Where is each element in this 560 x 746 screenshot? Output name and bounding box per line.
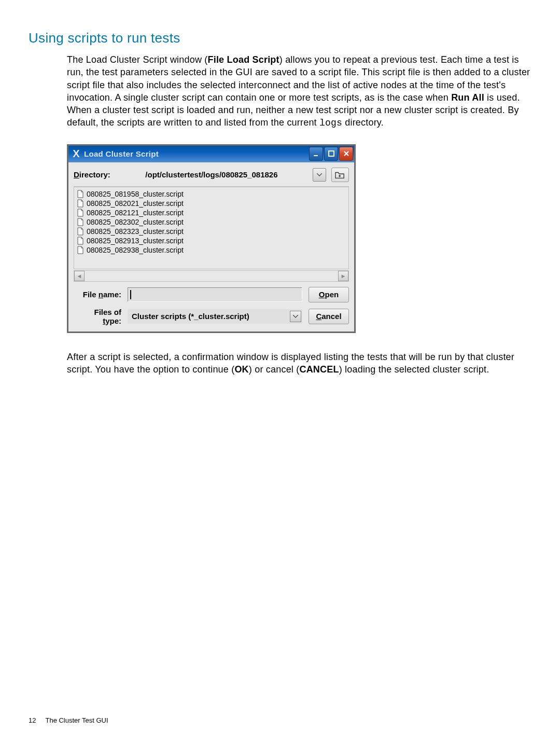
file-item[interactable]: 080825_082121_cluster.script [75,208,347,217]
text: ) loading the selected cluster script. [339,364,489,375]
command-name: Run All [451,92,484,103]
chevron-down-icon [317,173,322,176]
intro-paragraph: The Load Cluster Script window (File Loa… [67,53,531,130]
filename-row: File name: Open [74,287,349,302]
file-icon [76,209,85,217]
directory-value: /opt/clustertest/logs/080825_081826 [145,170,277,179]
menu-path: File Load Script [208,54,279,65]
horizontal-scrollbar[interactable]: ◄ ► [74,270,349,282]
filename-label: File name: [74,290,121,299]
directory-dropdown-button[interactable] [313,168,326,182]
minimize-button[interactable] [309,147,323,161]
file-item[interactable]: 080825_081958_cluster.script [75,189,347,199]
file-name: 080825_082913_cluster.script [87,237,184,245]
open-button[interactable]: Open [309,287,349,302]
parent-folder-button[interactable] [331,168,349,182]
load-cluster-script-dialog: X Load Cluster Script Directory: /opt/cl… [67,144,356,333]
footer-title: The Cluster Test GUI [45,716,108,724]
directory-row: Directory: /opt/clustertest/logs/080825_… [74,168,349,187]
text: directory. [342,117,384,128]
path-literal: logs [319,118,342,128]
window-controls [309,147,353,161]
section-heading: Using scripts to run tests [29,30,531,46]
maximize-button[interactable] [324,147,338,161]
file-name: 080825_082121_cluster.script [87,209,184,217]
file-name: 080825_082938_cluster.script [87,246,184,254]
file-item[interactable]: 080825_082323_cluster.script [75,227,347,236]
directory-label: Directory: [74,170,110,179]
cancel-button[interactable]: Cancel [309,309,349,324]
file-name: 080825_082302_cluster.script [87,218,184,226]
file-icon [76,237,85,245]
page-footer: 12The Cluster Test GUI [29,716,108,724]
file-name: 080825_081958_cluster.script [87,190,184,198]
post-dialog-paragraph: After a script is selected, a confirmati… [67,351,531,376]
filetype-select[interactable]: Cluster scripts (*_cluster.script) [128,309,302,324]
file-item[interactable]: 080825_082913_cluster.script [75,236,347,245]
directory-select[interactable]: /opt/clustertest/logs/080825_081826 [116,168,307,182]
chevron-down-icon [293,315,298,318]
file-item[interactable]: 080825_082302_cluster.script [75,217,347,227]
close-button[interactable] [339,147,353,161]
file-icon [76,218,85,226]
filetype-row: Files of type: Cluster scripts (*_cluste… [74,308,349,325]
file-list[interactable]: 080825_081958_cluster.script 080825_0820… [74,187,349,269]
scroll-left-button[interactable]: ◄ [74,271,85,281]
dialog-body: Directory: /opt/clustertest/logs/080825_… [68,162,354,331]
file-item[interactable]: 080825_082021_cluster.script [75,199,347,208]
file-name: 080825_082323_cluster.script [87,227,184,236]
filetype-dropdown-button[interactable] [290,311,301,322]
text: ) or cancel ( [249,364,300,375]
scroll-right-button[interactable]: ► [338,271,348,281]
dialog-titlebar[interactable]: X Load Cluster Script [68,146,354,162]
file-name: 080825_082021_cluster.script [87,199,184,208]
file-icon [76,199,85,208]
filetype-label: Files of type: [74,308,121,325]
file-icon [76,190,85,198]
file-icon [76,227,85,236]
button-name: CANCEL [299,364,339,375]
text: The Load Cluster Script window ( [67,54,208,65]
svg-rect-1 [329,151,334,156]
page-number: 12 [29,716,36,724]
app-x-icon: X [72,149,81,159]
filetype-value: Cluster scripts (*_cluster.script) [132,312,249,321]
dialog-title: Load Cluster Script [84,149,159,158]
button-name: OK [234,364,248,375]
svg-rect-0 [314,155,318,156]
file-item[interactable]: 080825_082938_cluster.script [75,245,347,255]
folder-up-icon [334,170,346,179]
filename-input[interactable] [128,287,302,302]
file-icon [76,246,85,254]
